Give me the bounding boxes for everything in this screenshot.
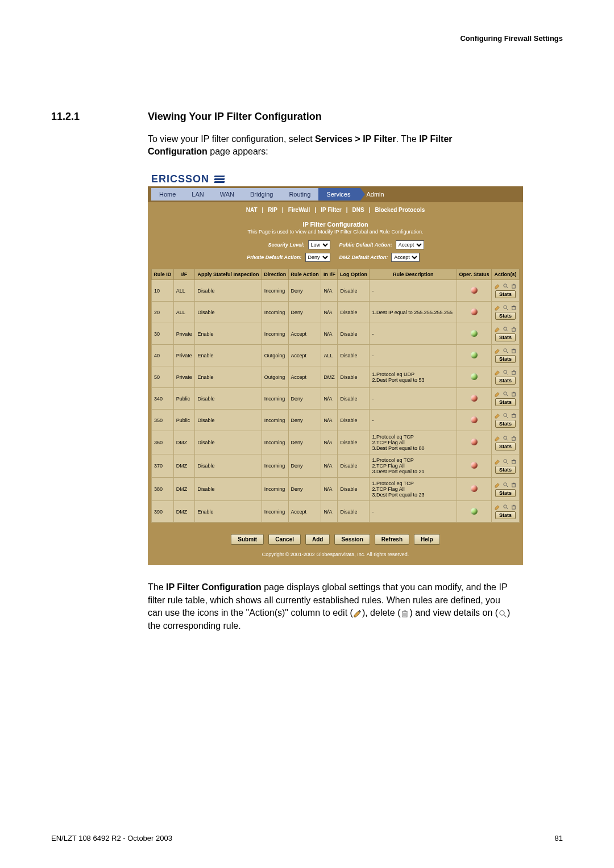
svg-rect-15 [512,437,515,440]
edit-icon[interactable] [495,326,501,332]
table-row: 340PublicDisableIncomingDenyN/ADisable-S… [152,388,520,410]
main-nav: HomeLANWANBridgingRoutingServicesAdmin [148,186,523,202]
session-button[interactable]: Session [334,534,370,545]
view-icon[interactable] [503,458,509,465]
table-row: 50PrivateEnableOutgoingAcceptDMZDisable1… [152,366,520,388]
delete-icon[interactable] [511,435,517,441]
svg-point-23 [500,611,504,615]
col-header: Rule Action [288,269,321,280]
refresh-button[interactable]: Refresh [375,534,409,545]
delete-icon[interactable] [511,304,517,311]
view-icon[interactable] [503,304,509,311]
delete-icon[interactable] [511,504,517,510]
edit-icon[interactable] [495,504,501,510]
col-header: Direction [262,269,288,280]
subnav-item-nat[interactable]: NAT [242,207,262,213]
delete-icon[interactable] [511,412,517,419]
nav-item-routing[interactable]: Routing [281,188,321,201]
nav-item-lan[interactable]: LAN [184,188,214,201]
edit-icon[interactable] [495,412,501,419]
svg-point-18 [503,483,507,486]
nav-item-bridging[interactable]: Bridging [242,188,283,201]
svg-rect-7 [512,350,515,353]
edit-icon[interactable] [495,304,501,311]
delete-icon[interactable] [511,369,517,375]
button-row: SubmitCancelAddSessionRefreshHelp [148,528,523,548]
global-settings: Security Level: Low Private Default Acti… [148,240,523,269]
edit-icon[interactable] [495,348,501,354]
nav-item-services[interactable]: Services [318,188,360,201]
section-title: Viewing Your IP Filter Configuration [148,111,322,123]
edit-icon[interactable] [495,458,501,465]
table-row: 10ALLDisableIncomingDenyN/ADisable-Stats [152,280,520,302]
status-dot-icon [471,416,478,423]
footer-doc-id: EN/LZT 108 6492 R2 - October 2003 [51,834,172,842]
subnav-item-ip-filter[interactable]: IP Filter [316,207,346,213]
view-icon[interactable] [503,326,509,332]
view-icon[interactable] [503,482,509,488]
panel-hint: This Page is used to View and Modify IP … [148,229,523,240]
delete-icon[interactable] [511,391,517,397]
stats-button[interactable]: Stats [495,466,516,474]
stats-button[interactable]: Stats [495,489,516,497]
view-icon[interactable] [503,369,509,375]
brand-bar: ERICSSON [148,171,523,186]
edit-icon[interactable] [495,283,501,289]
view-icon[interactable] [503,283,509,289]
stats-button[interactable]: Stats [495,420,516,428]
status-dot-icon [471,330,478,337]
stats-button[interactable]: Stats [495,312,516,320]
edit-icon[interactable] [495,482,501,488]
delete-icon[interactable] [511,348,517,354]
delete-icon[interactable] [511,458,517,465]
sub-nav: NAT|RIP|FireWall|IP Filter|DNS|Blocked P… [148,202,523,218]
status-dot-icon [471,373,478,380]
delete-icon[interactable] [511,283,517,289]
delete-icon[interactable] [511,326,517,332]
rules-table: Rule IDI/FApply Stateful InspectionDirec… [151,269,520,523]
view-icon[interactable] [503,391,509,397]
subnav-item-rip[interactable]: RIP [263,207,282,213]
private-default-action-select[interactable]: Deny [305,253,330,262]
table-row: 360DMZDisableIncomingDenyN/ADisable1.Pro… [152,431,520,454]
nav-item-home[interactable]: Home [151,188,186,201]
status-dot-icon [471,395,478,402]
stats-button[interactable]: Stats [495,511,516,519]
svg-rect-9 [512,372,515,375]
delete-icon[interactable] [511,482,517,488]
panel-title: IP Filter Configuration [148,218,523,229]
nav-item-wan[interactable]: WAN [212,188,244,201]
stats-button[interactable]: Stats [495,355,516,363]
view-icon[interactable] [503,348,509,354]
svg-point-14 [503,436,507,440]
view-icon[interactable] [503,435,509,441]
stats-button[interactable]: Stats [495,333,516,341]
stats-button[interactable]: Stats [495,290,516,298]
view-icon[interactable] [503,412,509,419]
cancel-button[interactable]: Cancel [268,534,301,545]
status-dot-icon [471,287,478,294]
nav-item-admin[interactable]: Admin [358,188,394,201]
status-dot-icon [471,462,478,469]
dmz-default-action-select[interactable]: Accept [391,253,420,262]
subnav-item-dns[interactable]: DNS [348,207,369,213]
svg-rect-13 [512,415,515,418]
stats-button[interactable]: Stats [495,443,516,450]
submit-button[interactable]: Submit [231,534,264,545]
edit-icon[interactable] [495,435,501,441]
svg-rect-17 [512,460,515,464]
subnav-item-firewall[interactable]: FireWall [284,207,315,213]
dmz-default-action-label: DMZ Default Action: [339,254,388,260]
view-icon[interactable] [503,504,509,510]
add-button[interactable]: Add [305,534,330,545]
security-level-select[interactable]: Low [308,240,330,249]
edit-icon[interactable] [495,391,501,397]
stats-button[interactable]: Stats [495,377,516,385]
public-default-action-select[interactable]: Accept [396,240,424,249]
edit-icon[interactable] [495,369,501,375]
public-default-action-label: Public Default Action: [339,242,392,248]
subnav-item-blocked-protocols[interactable]: Blocked Protocols [370,207,429,213]
stats-button[interactable]: Stats [495,398,516,406]
copyright: Copyright © 2001-2002 GlobespanVirata, I… [148,548,523,565]
help-button[interactable]: Help [414,534,440,545]
